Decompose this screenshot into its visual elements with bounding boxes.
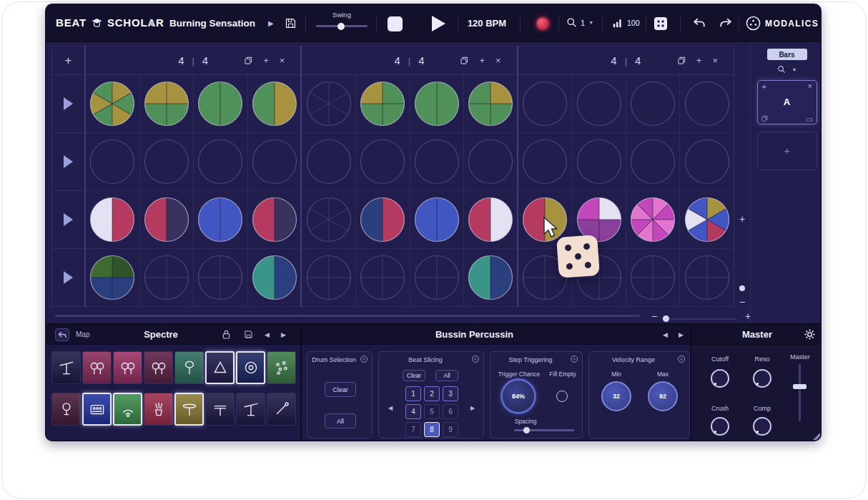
- drum-pad-16[interactable]: [267, 393, 296, 426]
- beat-cell-r3-c6[interactable]: [356, 191, 410, 249]
- drum-pad-3[interactable]: [113, 351, 142, 384]
- drum-all-button[interactable]: All: [325, 413, 356, 428]
- beat-cell-r4-c4[interactable]: [248, 249, 302, 307]
- beat-cell-r1-c9[interactable]: [518, 75, 573, 133]
- undo-button[interactable]: [692, 17, 706, 30]
- beat-cell-r4-c2[interactable]: [140, 249, 194, 307]
- record-button[interactable]: [536, 16, 550, 31]
- slice-count-9[interactable]: 9: [443, 422, 458, 437]
- beat-cell-r3-c12[interactable]: [680, 191, 734, 249]
- beat-cell-r1-c1[interactable]: [86, 75, 140, 133]
- add-pattern-icon[interactable]: +: [762, 82, 766, 91]
- drum-clear-button[interactable]: Clear: [325, 382, 356, 397]
- bars-toggle-button[interactable]: Bars: [767, 49, 807, 60]
- slice-count-3[interactable]: 3: [443, 386, 458, 401]
- remove-measure-button[interactable]: ×: [495, 56, 501, 65]
- beat-cell-r1-c8[interactable]: [464, 75, 518, 133]
- beat-cell-r4-c3[interactable]: [194, 249, 248, 307]
- beat-cell-r2-c8[interactable]: [464, 133, 518, 191]
- beat-cell-r2-c1[interactable]: [86, 133, 140, 191]
- add-row-button[interactable]: +: [52, 46, 86, 75]
- save-icon[interactable]: [285, 17, 297, 29]
- beat-cell-r1-c3[interactable]: [194, 75, 248, 133]
- redo-button[interactable]: [719, 17, 733, 30]
- beat-cell-r2-c9[interactable]: [518, 133, 573, 191]
- drum-pad-4[interactable]: [144, 351, 173, 384]
- chevron-down-icon[interactable]: ▼: [792, 67, 797, 72]
- beat-cell-r1-c4[interactable]: [248, 75, 302, 133]
- duplicate-pattern-icon[interactable]: [761, 115, 768, 122]
- beat-cell-r2-c11[interactable]: [626, 133, 681, 191]
- beat-cell-r2-c7[interactable]: [410, 133, 465, 191]
- gear-icon[interactable]: [804, 329, 815, 340]
- slice-count-8[interactable]: 8: [424, 422, 440, 437]
- velocity-min-knob[interactable]: 32: [601, 381, 631, 411]
- row-play-button-1[interactable]: [52, 75, 86, 133]
- prev-drum-button[interactable]: ◀: [663, 331, 668, 338]
- volume-control[interactable]: 100: [613, 17, 640, 28]
- remove-measure-button[interactable]: ×: [712, 56, 718, 65]
- timeline-scrollbar[interactable]: [55, 315, 640, 317]
- slice-count-4[interactable]: 4: [405, 404, 421, 419]
- drum-pad-9[interactable]: [51, 393, 81, 426]
- beat-cell-r2-c2[interactable]: [140, 133, 194, 191]
- drum-pad-8[interactable]: [267, 351, 296, 384]
- beat-cell-r4-c12[interactable]: [680, 249, 734, 307]
- map-back-button[interactable]: [55, 328, 69, 341]
- beat-cell-r1-c7[interactable]: [410, 75, 465, 133]
- copy-measure-icon[interactable]: [245, 54, 252, 67]
- row-play-button-4[interactable]: [52, 249, 86, 307]
- drum-pad-1[interactable]: [51, 351, 81, 384]
- next-kit-button[interactable]: ▶: [281, 331, 286, 338]
- slice-count-6[interactable]: 6: [443, 404, 458, 419]
- beat-cell-r4-c6[interactable]: [356, 249, 410, 307]
- next-preset-button[interactable]: ▶: [268, 5, 274, 42]
- spacing-slider[interactable]: [514, 429, 574, 431]
- prev-preset-button[interactable]: ◀: [148, 5, 154, 42]
- drum-pad-12[interactable]: [144, 393, 173, 426]
- next-drum-button[interactable]: ▶: [679, 331, 684, 338]
- randomize-dice-button[interactable]: [654, 16, 668, 31]
- master-fader[interactable]: [799, 364, 801, 421]
- play-button[interactable]: [432, 16, 445, 31]
- swing-slider[interactable]: [316, 25, 368, 27]
- drum-pad-11[interactable]: [113, 393, 142, 426]
- beat-slicing-radio[interactable]: [472, 356, 479, 363]
- beat-cell-r4-c11[interactable]: [626, 249, 681, 307]
- beat-cell-r2-c12[interactable]: [680, 133, 734, 191]
- beat-cell-r3-c2[interactable]: [140, 191, 194, 249]
- beat-cell-r3-c7[interactable]: [410, 191, 465, 249]
- beat-cell-r4-c7[interactable]: [410, 249, 465, 307]
- drum-pad-6[interactable]: [205, 351, 235, 384]
- row-play-button-3[interactable]: [52, 191, 86, 249]
- remove-pattern-icon[interactable]: ×: [808, 82, 812, 90]
- stop-button[interactable]: [388, 16, 403, 31]
- slice-prev-icon[interactable]: ◀: [388, 405, 393, 411]
- search-icon[interactable]: [777, 65, 786, 74]
- beat-cell-r2-c5[interactable]: [302, 133, 356, 191]
- drum-pad-14[interactable]: [205, 393, 235, 426]
- beat-cell-r3-c5[interactable]: [302, 191, 356, 249]
- crush-knob[interactable]: [711, 417, 729, 436]
- trigger-chance-knob[interactable]: 84%: [500, 378, 536, 414]
- remove-measure-button[interactable]: ×: [280, 56, 285, 65]
- save-kit-icon[interactable]: [244, 330, 253, 339]
- beat-cell-r1-c6[interactable]: [356, 75, 410, 133]
- beat-cell-r1-c2[interactable]: [140, 75, 194, 133]
- reso-knob[interactable]: [753, 369, 771, 388]
- beat-cell-r3-c1[interactable]: [86, 191, 140, 249]
- beat-cell-r2-c4[interactable]: [248, 133, 302, 191]
- vertical-zoom-handle[interactable]: [739, 285, 745, 291]
- pattern-slot-a[interactable]: + × A C3: [757, 80, 817, 124]
- beat-cell-r4-c8[interactable]: [464, 249, 518, 307]
- master-fader-handle[interactable]: [793, 384, 807, 389]
- spacing-handle[interactable]: [523, 427, 530, 433]
- empty-pattern-slot[interactable]: +: [757, 132, 817, 170]
- drum-pad-5[interactable]: [174, 351, 204, 384]
- beat-cell-r3-c8[interactable]: [464, 191, 518, 249]
- slice-clear-button[interactable]: Clear: [403, 370, 425, 381]
- add-measure-button[interactable]: +: [696, 56, 702, 65]
- beat-cell-r1-c12[interactable]: [680, 75, 734, 133]
- slice-count-1[interactable]: 1: [405, 386, 421, 401]
- beat-cell-r3-c4[interactable]: [248, 191, 302, 249]
